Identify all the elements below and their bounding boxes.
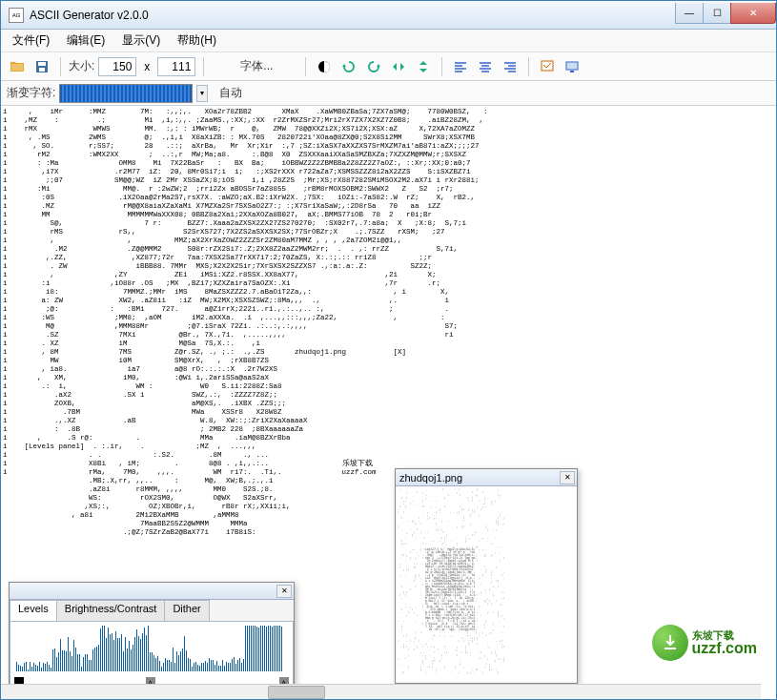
gradient-dropdown-arrow[interactable]: ▾ <box>196 85 208 102</box>
titlebar: AG ASCII Generator v2.0.0 — ☐ ✕ <box>1 1 776 30</box>
preview-panel[interactable]: zhudqoj1.png ✕ , : . ; ; , , : , , : : : <box>395 468 578 684</box>
app-window: AG ASCII Generator v2.0.0 — ☐ ✕ 文件(F) 编辑… <box>0 0 777 700</box>
menu-edit[interactable]: 编辑(E) <box>59 31 112 51</box>
preview-ascii: , : . ; ; , , : , , : : : : ; :, :, ; : <box>398 488 575 674</box>
levels-panel-close[interactable]: ✕ <box>276 585 292 598</box>
auto-label[interactable]: 自动 <box>219 85 242 101</box>
flip-h-button[interactable] <box>388 56 409 77</box>
gradient-selector[interactable] <box>59 84 193 103</box>
minimize-button[interactable]: — <box>675 3 704 24</box>
invert-button[interactable] <box>314 56 335 77</box>
font-label[interactable]: 字体... <box>240 58 273 74</box>
menu-help[interactable]: 帮助(H) <box>170 31 224 51</box>
preview-body: , : . ; ; , , : , , : : : : ; :, :, ; : <box>396 486 577 682</box>
monitor-button[interactable] <box>562 56 583 77</box>
svg-rect-2 <box>39 68 45 72</box>
menu-view[interactable]: 显示(V) <box>114 31 168 51</box>
maximize-button[interactable]: ☐ <box>703 3 731 24</box>
ascii-text: i , iMr :MMZ 7M: :,,;,. XOa2r78ZBB2 XMaX… <box>3 108 774 537</box>
svg-rect-4 <box>542 61 553 71</box>
save-button[interactable] <box>31 56 52 77</box>
height-input[interactable] <box>157 57 195 76</box>
close-button[interactable]: ✕ <box>730 3 776 24</box>
svg-rect-1 <box>38 62 46 66</box>
rotate-left-button[interactable] <box>338 56 359 77</box>
open-button[interactable] <box>7 56 28 77</box>
scrollbar-thumb[interactable] <box>268 686 325 699</box>
histogram-area: △ △ <box>10 621 294 690</box>
app-icon: AG <box>9 8 24 23</box>
menubar: 文件(F) 编辑(E) 显示(V) 帮助(H) <box>1 30 776 52</box>
horizontal-scrollbar[interactable] <box>1 684 761 699</box>
svg-rect-5 <box>566 62 578 70</box>
size-label: 大小: <box>69 58 94 74</box>
flip-v-button[interactable] <box>413 56 434 77</box>
preview-panel-close[interactable]: ✕ <box>560 471 575 484</box>
window-title: ASCII Generator v2.0.0 <box>30 9 149 22</box>
tab-dither[interactable]: Dither <box>164 600 209 621</box>
x-separator: x <box>140 60 153 73</box>
menu-file[interactable]: 文件(F) <box>5 31 57 51</box>
preview-panel-title: zhudqoj1.png <box>398 472 462 484</box>
levels-panel[interactable]: ✕ Levels Brightness/Contrast Dither △ △ <box>9 582 295 691</box>
tab-levels[interactable]: Levels <box>10 600 57 621</box>
tab-brightness[interactable]: Brightness/Contrast <box>56 600 166 621</box>
svg-rect-6 <box>570 71 574 72</box>
rotate-right-button[interactable] <box>363 56 384 77</box>
align-left-button[interactable] <box>450 56 471 77</box>
toolbar-main: 大小: x 字体... <box>1 52 776 81</box>
preview-button[interactable] <box>537 56 558 77</box>
content-area: i , iMr :MMZ 7M: :,,;,. XOa2r78ZBB2 XMaX… <box>1 106 776 699</box>
toolbar-gradient: 渐变字符: ▾ 自动 <box>1 81 776 106</box>
align-center-button[interactable] <box>475 56 496 77</box>
align-right-button[interactable] <box>500 56 521 77</box>
gradient-label: 渐变字符: <box>7 85 55 101</box>
width-input[interactable] <box>98 57 136 76</box>
